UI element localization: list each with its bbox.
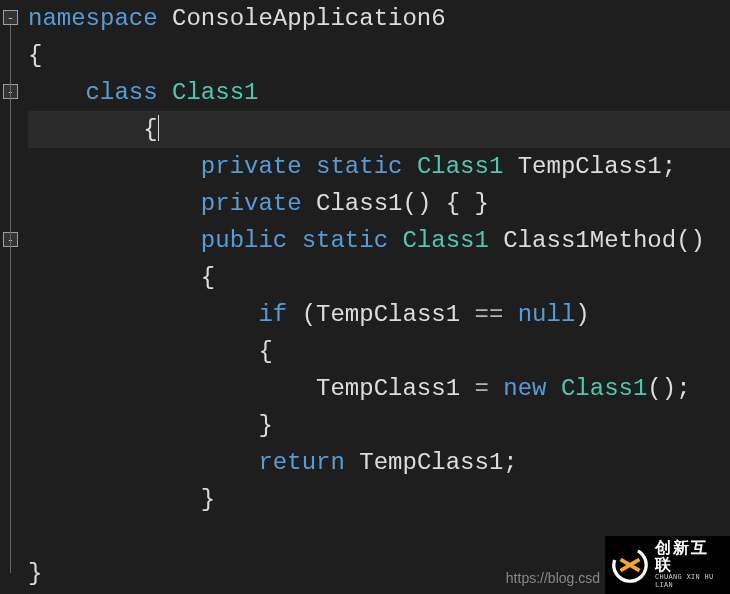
code-line[interactable]: public static Class1 Class1Method() <box>28 222 730 259</box>
code-line[interactable]: { <box>28 333 730 370</box>
brand-logo: 创新互联 CHUANG XIN HU LIAN <box>605 536 730 594</box>
fold-guide-line <box>10 99 11 232</box>
code-editor: --- namespace ConsoleApplication6{ class… <box>0 0 730 594</box>
fold-toggle[interactable]: - <box>3 10 18 25</box>
code-line[interactable]: { <box>28 37 730 74</box>
code-line[interactable]: if (TempClass1 == null) <box>28 296 730 333</box>
code-line[interactable]: TempClass1 = new Class1(); <box>28 370 730 407</box>
fold-gutter: --- <box>0 0 28 594</box>
logo-en: CHUANG XIN HU LIAN <box>655 574 724 589</box>
code-line[interactable]: namespace ConsoleApplication6 <box>28 0 730 37</box>
code-line[interactable]: private Class1() { } <box>28 185 730 222</box>
text-cursor <box>158 115 159 141</box>
code-line[interactable]: { <box>28 111 730 148</box>
logo-text: 创新互联 CHUANG XIN HU LIAN <box>655 541 724 589</box>
code-line[interactable]: { <box>28 259 730 296</box>
code-line[interactable]: private static Class1 TempClass1; <box>28 148 730 185</box>
code-line[interactable]: return TempClass1; <box>28 444 730 481</box>
code-line[interactable]: } <box>28 481 730 518</box>
logo-cn: 创新互联 <box>655 541 724 575</box>
fold-guide-line <box>10 247 11 499</box>
code-line[interactable]: class Class1 <box>28 74 730 111</box>
code-line[interactable]: } <box>28 407 730 444</box>
logo-icon <box>611 546 649 584</box>
watermark-text: https://blog.csd <box>506 570 600 586</box>
code-area[interactable]: namespace ConsoleApplication6{ class Cla… <box>28 0 730 594</box>
